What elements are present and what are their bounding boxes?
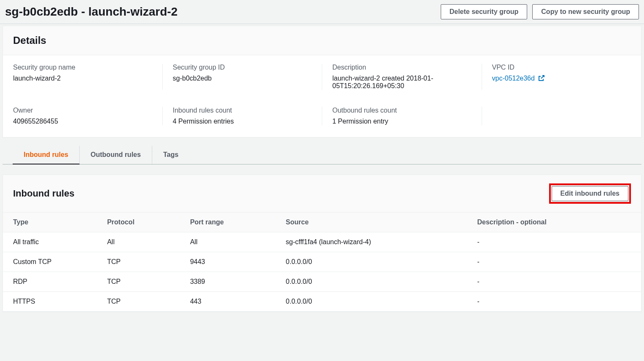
table-row[interactable]: RDPTCP33890.0.0.0/0-	[3, 272, 641, 292]
detail-sg-name: Security group name launch-wizard-2	[13, 64, 163, 90]
col-protocol[interactable]: Protocol	[99, 213, 182, 232]
detail-vpc-id: VPC ID vpc-0512e36d	[482, 64, 631, 90]
detail-label: Description	[332, 64, 472, 71]
detail-label: Security group ID	[173, 64, 312, 71]
cell-port: 443	[182, 292, 278, 312]
detail-value: vpc-0512e36d	[492, 75, 631, 83]
cell-port: All	[182, 232, 278, 252]
cell-desc: -	[469, 272, 641, 292]
table-row[interactable]: HTTPSTCP4430.0.0.0/0-	[3, 292, 641, 312]
detail-value: 4 Permission entries	[173, 118, 312, 125]
cell-source: 0.0.0.0/0	[278, 252, 469, 272]
table-header-row: Type Protocol Port range Source Descript…	[3, 213, 641, 232]
cell-type: RDP	[3, 272, 99, 292]
details-row-1: Security group name launch-wizard-2 Secu…	[13, 64, 631, 90]
detail-label: Security group name	[13, 64, 152, 71]
detail-label: Inbound rules count	[173, 107, 312, 114]
details-title: Details	[13, 35, 631, 46]
cell-desc: -	[469, 252, 641, 272]
cell-protocol: All	[99, 232, 182, 252]
copy-security-group-button[interactable]: Copy to new security group	[532, 4, 639, 19]
cell-type: Custom TCP	[3, 252, 99, 272]
inbound-rules-title: Inbound rules	[13, 188, 74, 199]
details-panel-header: Details	[3, 26, 641, 55]
cell-type: HTTPS	[3, 292, 99, 312]
cell-source: sg-cfff1fa4 (launch-wizard-4)	[278, 232, 469, 252]
tabs: Inbound rules Outbound rules Tags	[3, 146, 641, 164]
detail-value: sg-b0cb2edb	[173, 75, 312, 82]
cell-source: 0.0.0.0/0	[278, 292, 469, 312]
table-row[interactable]: Custom TCPTCP94430.0.0.0/0-	[3, 252, 641, 272]
cell-source: 0.0.0.0/0	[278, 272, 469, 292]
vpc-link[interactable]: vpc-0512e36d	[492, 75, 535, 82]
inbound-rules-panel: Inbound rules Edit inbound rules Type Pr…	[3, 175, 641, 312]
detail-value: 409655286455	[13, 118, 152, 125]
col-port-range[interactable]: Port range	[182, 213, 278, 232]
detail-label: Owner	[13, 107, 152, 114]
cell-protocol: TCP	[99, 252, 182, 272]
detail-inbound-count: Inbound rules count 4 Permission entries	[163, 107, 323, 125]
detail-label: VPC ID	[492, 64, 631, 71]
detail-value: launch-wizard-2	[13, 75, 152, 82]
header-actions: Delete security group Copy to new securi…	[441, 4, 639, 19]
delete-security-group-button[interactable]: Delete security group	[441, 4, 528, 19]
cell-type: All traffic	[3, 232, 99, 252]
cell-port: 3389	[182, 272, 278, 292]
details-panel: Details Security group name launch-wizar…	[3, 26, 641, 137]
page-title: sg-b0cb2edb - launch-wizard-2	[5, 5, 178, 19]
edit-inbound-rules-button[interactable]: Edit inbound rules	[552, 186, 628, 201]
inbound-rules-header: Inbound rules Edit inbound rules	[3, 175, 641, 213]
details-body: Security group name launch-wizard-2 Secu…	[3, 55, 641, 137]
col-type[interactable]: Type	[3, 213, 99, 232]
detail-sg-id: Security group ID sg-b0cb2edb	[163, 64, 323, 90]
detail-value: 1 Permission entry	[332, 118, 472, 125]
edit-button-highlight: Edit inbound rules	[549, 183, 631, 204]
cell-protocol: TCP	[99, 272, 182, 292]
cell-protocol: TCP	[99, 292, 182, 312]
details-row-2: Owner 409655286455 Inbound rules count 4…	[13, 107, 631, 125]
cell-desc: -	[469, 232, 641, 252]
inbound-rules-table: Type Protocol Port range Source Descript…	[3, 213, 641, 312]
external-link-icon	[538, 75, 545, 83]
cell-port: 9443	[182, 252, 278, 272]
table-row[interactable]: All trafficAllAllsg-cfff1fa4 (launch-wiz…	[3, 232, 641, 252]
cell-desc: -	[469, 292, 641, 312]
col-source[interactable]: Source	[278, 213, 469, 232]
tab-outbound-rules[interactable]: Outbound rules	[80, 146, 152, 164]
detail-value: launch-wizard-2 created 2018-01-05T15:20…	[332, 75, 472, 90]
tab-inbound-rules[interactable]: Inbound rules	[13, 146, 80, 164]
detail-label: Outbound rules count	[332, 107, 472, 114]
detail-owner: Owner 409655286455	[13, 107, 163, 125]
detail-empty	[482, 107, 631, 125]
detail-outbound-count: Outbound rules count 1 Permission entry	[322, 107, 482, 125]
tab-tags[interactable]: Tags	[152, 146, 189, 164]
page-header: sg-b0cb2edb - launch-wizard-2 Delete sec…	[0, 0, 644, 24]
detail-description: Description launch-wizard-2 created 2018…	[322, 64, 482, 90]
col-description[interactable]: Description - optional	[469, 213, 641, 232]
